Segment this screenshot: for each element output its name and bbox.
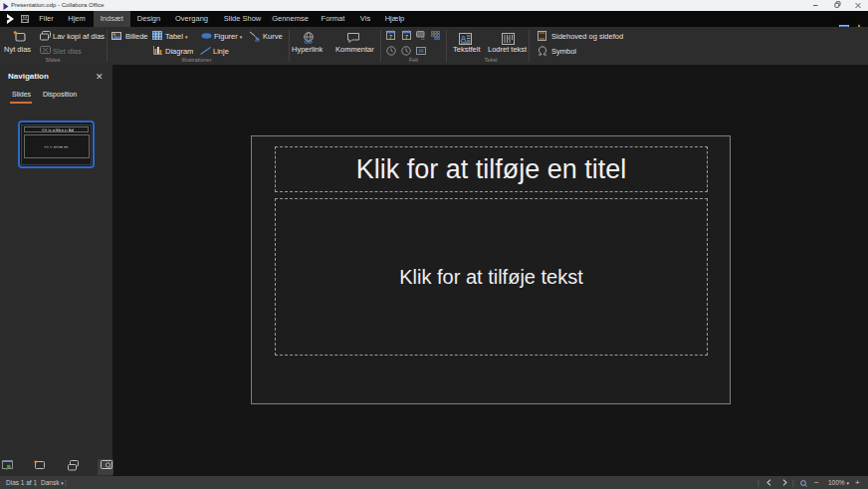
svg-text:7: 7 <box>404 34 408 40</box>
svg-text:7: 7 <box>389 34 393 40</box>
svg-text:A: A <box>460 34 467 44</box>
